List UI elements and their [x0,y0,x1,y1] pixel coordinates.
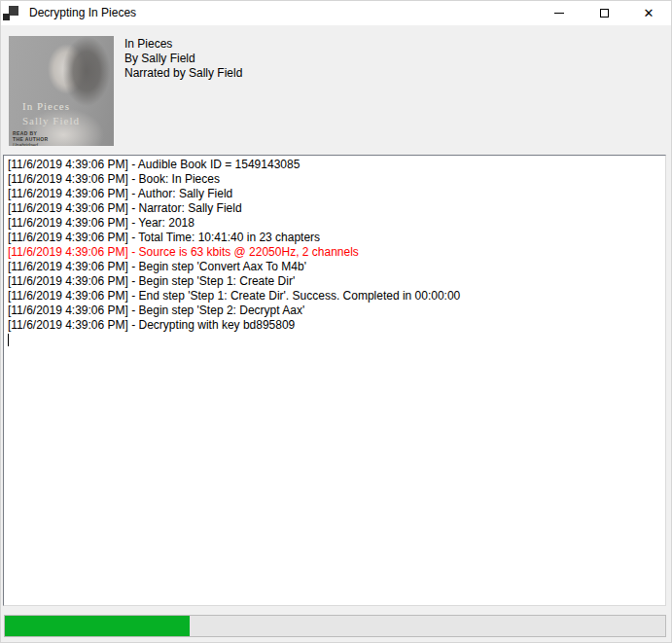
log-line: [11/6/2019 4:39:06 PM] - End step 'Step … [8,289,661,304]
book-title: In Pieces [124,37,242,52]
book-author: By Sally Field [124,52,242,66]
maximize-button[interactable] [582,1,626,25]
book-cover-image: In Pieces Sally Field READ BY THE AUTHOR… [9,36,114,146]
log-line: [11/6/2019 4:39:06 PM] - Total Time: 10:… [8,231,661,245]
app-window: Decrypting In Pieces ✕ In Pieces Sally F… [0,0,672,643]
title-bar[interactable]: Decrypting In Pieces ✕ [1,1,671,25]
log-line: [11/6/2019 4:39:06 PM] - Book: In Pieces [8,172,661,187]
minimize-button[interactable] [537,1,582,25]
log-line: [11/6/2019 4:39:06 PM] - Source is 63 kb… [8,245,661,260]
app-icon [3,6,18,21]
log-line: [11/6/2019 4:39:06 PM] - Narrator: Sally… [8,201,661,216]
cover-readby-text: READ BY THE AUTHOR [13,130,49,142]
log-line: [11/6/2019 4:39:06 PM] - Author: Sally F… [8,187,661,201]
progress-fill [5,616,190,636]
close-button[interactable]: ✕ [626,1,671,25]
log-lines: [11/6/2019 4:39:06 PM] - Audible Book ID… [8,158,661,333]
maximize-icon [600,9,609,18]
app-icon-square-small [3,14,10,20]
log-line: [11/6/2019 4:39:06 PM] - Decrypting with… [8,318,661,333]
log-line: [11/6/2019 4:39:06 PM] - Audible Book ID… [8,158,661,172]
minimize-icon [554,13,564,14]
log-line: [11/6/2019 4:39:06 PM] - Begin step 'Ste… [8,274,661,289]
log-line: [11/6/2019 4:39:06 PM] - Year: 2018 [8,216,661,231]
app-icon-square-large [9,6,18,16]
book-narrator: Narrated by Sally Field [124,66,242,81]
window-title: Decrypting In Pieces [29,1,136,25]
text-caret [8,334,9,346]
progress-bar [4,615,666,637]
log-line: [11/6/2019 4:39:06 PM] - Begin step 'Ste… [8,304,661,318]
close-icon: ✕ [644,7,654,19]
book-info: In Pieces By Sally Field Narrated by Sal… [124,37,242,81]
cover-unabridged-text: Unabridged [13,142,38,146]
cover-author-text: Sally Field [22,115,80,126]
window-controls: ✕ [537,1,671,25]
log-line: [11/6/2019 4:39:06 PM] - Begin step 'Con… [8,260,661,274]
cover-title-text: In Pieces [22,100,70,112]
log-textbox[interactable]: [11/6/2019 4:39:06 PM] - Audible Book ID… [3,155,666,606]
